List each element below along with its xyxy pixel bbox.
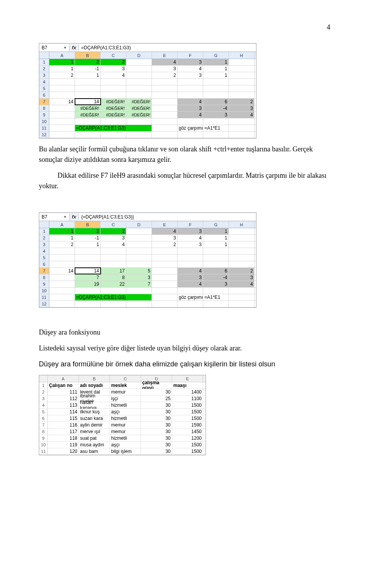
cell[interactable]: [229, 241, 254, 248]
cell[interactable]: [178, 248, 203, 254]
cell[interactable]: 17: [101, 268, 126, 274]
cell[interactable]: 117: [48, 428, 79, 435]
cell[interactable]: [152, 274, 178, 281]
cell[interactable]: [229, 228, 254, 234]
cell[interactable]: 30: [141, 409, 172, 415]
cell[interactable]: [152, 301, 178, 307]
cell[interactable]: 5: [126, 268, 152, 274]
cell[interactable]: 1: [75, 241, 101, 248]
cell[interactable]: Çalışan no: [48, 382, 79, 389]
cell[interactable]: aşçı: [110, 409, 141, 415]
cell[interactable]: [49, 125, 75, 131]
cell[interactable]: [178, 85, 203, 92]
cell[interactable]: [126, 92, 152, 98]
cell[interactable]: [126, 248, 152, 254]
cell[interactable]: 3: [178, 241, 203, 248]
column-header[interactable]: E: [172, 375, 203, 382]
cell[interactable]: [152, 294, 178, 300]
cell[interactable]: =DÇARP(A1:C3;E1:G3): [75, 125, 152, 131]
cell[interactable]: [101, 85, 126, 92]
cell[interactable]: 3: [178, 228, 203, 234]
cell[interactable]: [49, 281, 75, 287]
cell[interactable]: [229, 294, 254, 300]
cell[interactable]: [203, 288, 229, 294]
cell[interactable]: 2: [152, 241, 178, 248]
cell[interactable]: 2: [229, 268, 254, 274]
cell[interactable]: 115: [48, 415, 79, 421]
cell[interactable]: 4: [101, 241, 126, 248]
cell[interactable]: 2: [75, 228, 101, 234]
cell[interactable]: 4: [152, 59, 178, 65]
cell[interactable]: [75, 301, 101, 307]
cell[interactable]: [126, 288, 152, 294]
cell[interactable]: aylin demir: [79, 422, 110, 428]
select-all-corner[interactable]: [39, 52, 49, 59]
cell[interactable]: [203, 92, 229, 98]
cell[interactable]: 4: [178, 99, 203, 105]
column-header[interactable]: F: [178, 52, 203, 59]
row-header[interactable]: 9: [39, 281, 49, 287]
cell[interactable]: 3: [178, 72, 203, 78]
row-header[interactable]: 7: [39, 99, 49, 105]
cell[interactable]: memur: [110, 422, 141, 428]
cell[interactable]: [49, 92, 75, 98]
cell[interactable]: #DEĞER!: [101, 105, 126, 111]
cell[interactable]: [203, 261, 229, 267]
cell[interactable]: [203, 255, 229, 261]
cell[interactable]: [229, 288, 254, 294]
cell[interactable]: maaşı: [172, 382, 203, 389]
row-header[interactable]: 1: [39, 382, 48, 389]
row-header[interactable]: 6: [39, 92, 49, 98]
cell[interactable]: suzan kara: [79, 415, 110, 421]
row-header[interactable]: 7: [39, 422, 48, 428]
cell[interactable]: #DEĞER!: [101, 99, 126, 105]
cell[interactable]: [126, 132, 152, 138]
cell[interactable]: [126, 72, 152, 78]
cell[interactable]: [126, 241, 152, 248]
cell[interactable]: aşçı: [110, 442, 141, 448]
cell[interactable]: [49, 248, 75, 254]
column-header[interactable]: F: [178, 221, 203, 228]
cell[interactable]: [152, 255, 178, 261]
cell[interactable]: 30: [141, 422, 172, 428]
cell[interactable]: 22: [101, 281, 126, 287]
row-header[interactable]: 3: [39, 72, 49, 78]
cell[interactable]: 2: [101, 59, 126, 65]
cell[interactable]: 30: [141, 415, 172, 421]
cell[interactable]: [178, 132, 203, 138]
cell[interactable]: [101, 92, 126, 98]
select-all-corner[interactable]: [39, 375, 48, 382]
row-header[interactable]: 5: [39, 255, 49, 261]
cell[interactable]: hasan kanarya: [79, 402, 110, 408]
cell[interactable]: suat pat: [79, 435, 110, 441]
row-header[interactable]: 10: [39, 442, 48, 448]
cell[interactable]: 7: [75, 274, 101, 281]
cell[interactable]: 4: [229, 281, 254, 287]
cell[interactable]: 14: [75, 268, 101, 274]
cell[interactable]: #DEĞER!: [75, 105, 101, 111]
cell[interactable]: [152, 288, 178, 294]
cell[interactable]: 3: [152, 235, 178, 241]
cell[interactable]: 112: [48, 395, 79, 402]
cell[interactable]: 30: [141, 448, 172, 454]
cell[interactable]: [229, 79, 254, 85]
cell[interactable]: [126, 79, 152, 85]
cell[interactable]: [101, 255, 126, 261]
cell[interactable]: göz çarpımı: [178, 125, 203, 131]
row-header[interactable]: 2: [39, 389, 48, 395]
cell[interactable]: [229, 301, 254, 307]
cell[interactable]: [126, 59, 152, 65]
row-header[interactable]: 2: [39, 66, 49, 72]
cell[interactable]: 6: [203, 268, 229, 274]
cell[interactable]: 1: [203, 228, 229, 234]
cell[interactable]: 2: [75, 59, 101, 65]
cell[interactable]: [229, 92, 254, 98]
cell[interactable]: [75, 248, 101, 254]
cell[interactable]: [49, 85, 75, 92]
cell[interactable]: 1200: [172, 435, 203, 441]
column-header[interactable]: C: [110, 375, 141, 382]
cell[interactable]: [49, 105, 75, 111]
cell[interactable]: asu bam: [79, 448, 110, 454]
cell[interactable]: [203, 85, 229, 92]
cell[interactable]: [229, 72, 254, 78]
